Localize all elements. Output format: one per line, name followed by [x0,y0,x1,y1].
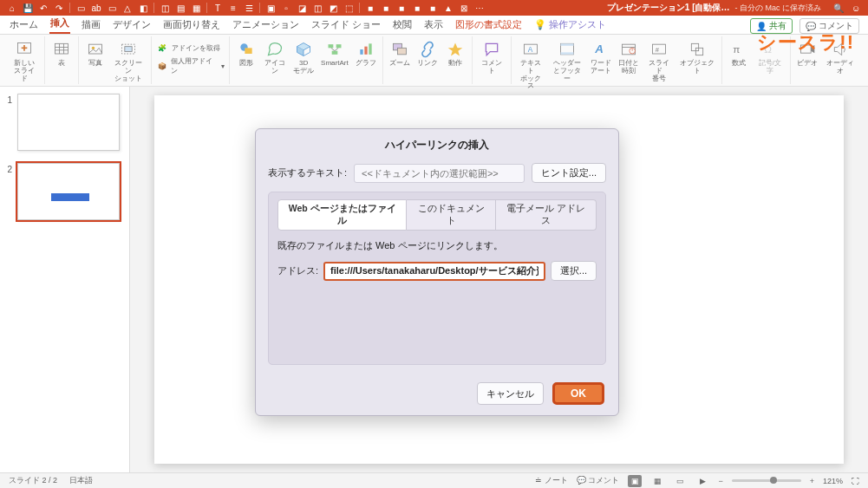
addin-my-icon: 📦 [156,60,167,72]
user-icon[interactable]: ☺ [851,3,861,13]
3dmodel-button[interactable]: 3D モデル [291,38,316,77]
reading-view-icon[interactable]: ▭ [673,475,687,487]
qat-icon[interactable]: ▫ [281,3,291,13]
tab-shape-format[interactable]: 図形の書式設定 [454,16,523,34]
table-button[interactable]: 表 [49,38,74,69]
slideshow-view-icon[interactable]: ▶ [695,475,709,487]
tab-insert[interactable]: 挿入 [49,14,70,34]
qat-icon[interactable]: ab [91,3,101,13]
icons-button[interactable]: アイコン [262,38,288,77]
tab-view[interactable]: 表示 [423,16,444,34]
qat-icon[interactable]: ◫ [160,3,170,13]
textbox-button[interactable]: Aテキスト ボックス [516,38,545,92]
photo-button[interactable]: 写真 [83,38,108,69]
tab-design[interactable]: デザイン [112,16,152,34]
object-button[interactable]: オブジェクト [677,38,716,77]
zoom-out-icon[interactable]: − [718,477,722,485]
qat-icon[interactable]: ▤ [175,3,186,13]
save-icon[interactable]: 💾 [23,3,33,13]
wordart-button[interactable]: Aワード アート [589,38,613,77]
qat-icon[interactable]: ☰ [244,3,254,13]
chart-label: グラフ [356,60,376,68]
headerfooter-button[interactable]: ヘッダー とフッター [550,38,586,84]
tab-draw[interactable]: 描画 [81,16,101,34]
comments-toggle[interactable]: 💬 コメント [577,475,620,486]
qat-icon[interactable]: ◧ [138,3,148,13]
slidenumber-button[interactable]: #スライド 番号 [644,38,674,84]
qat-icon[interactable]: ▭ [107,3,117,13]
datetime-button[interactable]: 日付と 時刻 [617,38,641,77]
action-button[interactable]: 動作 [443,38,467,69]
screenshot-button[interactable]: スクリーン ショット [111,38,147,84]
qat-icon[interactable]: T [212,3,223,13]
get-addins-button[interactable]: 🧩アドインを取得 [156,42,225,54]
qat-icon[interactable]: ⊠ [459,3,469,13]
fit-window-icon[interactable]: ⛶ [852,477,859,485]
qat-icon[interactable]: ■ [365,3,375,13]
redo-icon[interactable]: ↷ [54,3,64,13]
thumb-number: 2 [3,163,12,220]
thumb-preview-selected [17,163,120,220]
zoom-in-icon[interactable]: + [810,477,814,485]
seg-web-file[interactable]: Web ページまたはファイル [277,199,407,231]
qat-icon[interactable]: ⋯ [474,3,485,13]
shapes-label: 図形 [239,60,253,68]
zoom-slider[interactable] [732,479,801,482]
thumbnail-1[interactable]: 1 [3,94,122,151]
addin-store-icon: 🧩 [156,42,168,54]
address-input[interactable] [323,262,545,281]
dialog-title: ハイパーリンクの挿入 [256,129,618,163]
seg-email[interactable]: 電子メール アドレス [496,199,597,231]
tab-review[interactable]: 校閲 [392,16,413,34]
qat-icon[interactable]: ◩ [328,3,338,13]
tab-tell-me[interactable]: 💡 操作アシスト [533,16,607,34]
cancel-button[interactable]: キャンセル [477,382,544,405]
ok-button[interactable]: OK [552,382,604,405]
qat-icon[interactable]: ■ [396,3,407,13]
qat-icon[interactable]: ▦ [191,3,201,13]
link-button[interactable]: リンク [415,38,440,69]
search-icon[interactable]: 🔍 [833,3,844,13]
undo-icon[interactable]: ↶ [38,3,49,13]
home-icon[interactable]: ⌂ [7,3,17,13]
tab-transitions[interactable]: 画面切り替え [162,16,221,34]
qat-icon[interactable]: ▣ [265,3,276,13]
insert-hyperlink-dialog: ハイパーリンクの挿入 表示するテキスト: ヒント設定... Web ページまたは… [255,128,619,416]
sorter-view-icon[interactable]: ▦ [650,475,664,487]
notes-button[interactable]: ≐ ノート [535,475,568,486]
qat-icon[interactable]: ◪ [297,3,307,13]
my-addins-button[interactable]: 📦個人用アドイン ▾ [156,56,225,75]
tab-animations[interactable]: アニメーション [232,16,300,34]
normal-view-icon[interactable]: ▣ [628,475,642,487]
qat-icon[interactable]: ◫ [312,3,323,13]
qat-icon[interactable]: ≡ [228,3,238,13]
new-slide-button[interactable]: 新しい スライド [10,38,40,84]
comment-button[interactable]: コメント [477,38,507,77]
shapes-icon [236,40,257,59]
equation-button[interactable]: π数式 [727,38,751,69]
zoom-percent[interactable]: 121% [823,477,843,485]
screenshot-icon [118,40,139,59]
browse-button[interactable]: 選択... [551,261,597,281]
display-text-input[interactable] [354,164,525,183]
chart-button[interactable]: グラフ [354,38,378,69]
smartart-button[interactable]: SmartArt [319,38,350,69]
shapes-button[interactable]: 図形 [234,38,258,69]
tab-home[interactable]: ホーム [9,16,39,34]
zoom-button[interactable]: ズーム [388,38,412,69]
qat-icon[interactable]: ▲ [443,3,454,13]
qat-icon[interactable]: ■ [427,3,438,13]
qat-icon[interactable]: ▭ [75,3,86,13]
hint-settings-button[interactable]: ヒント設定... [532,163,606,183]
smartart-icon [324,40,345,59]
qat-icon[interactable]: ■ [381,3,391,13]
qat-icon[interactable]: ⬚ [343,3,354,13]
language-indicator[interactable]: 日本語 [69,475,93,486]
tab-slideshow[interactable]: スライド ショー [310,16,382,34]
thumbnail-2[interactable]: 2 [3,163,122,220]
svg-rect-11 [125,47,132,52]
qat-icon[interactable]: △ [122,3,133,13]
seg-this-document[interactable]: このドキュメント [407,199,496,231]
qat-icon[interactable]: ■ [412,3,422,13]
thumb-number: 1 [3,94,12,151]
